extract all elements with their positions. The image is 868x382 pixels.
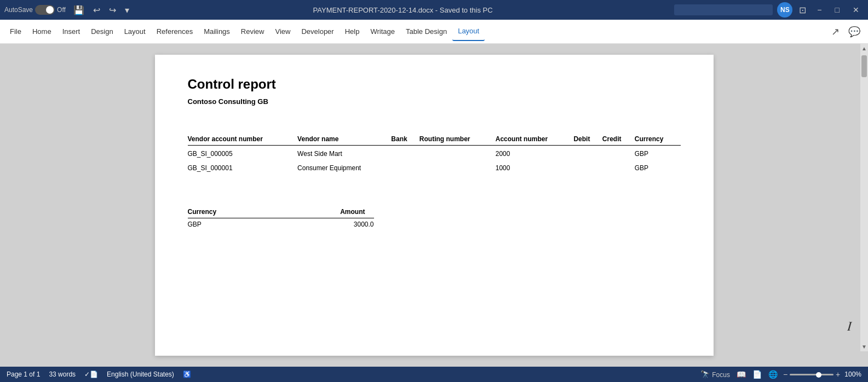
document-scroll-area[interactable]: Control report Contoso Consulting GB Ven… [0,44,868,367]
toggle-state-label: Off [57,6,66,14]
menubar-right: ↗ 💬 [828,24,864,40]
cell-bank-2 [391,161,419,175]
save-icon[interactable]: 💾 [71,4,87,16]
report-title: Control report [188,77,681,92]
ribbon-menu: File Home Insert Design Layout Reference… [0,20,868,44]
status-bar: Page 1 of 1 33 words ✓📄 English (United … [0,367,868,382]
layout-icon[interactable]: ⊡ [797,4,808,16]
quick-access-toolbar: 💾 ↩ ↪ ▾ [71,4,131,16]
zoom-level-text: 100% [844,371,861,378]
summary-currency-1: GBP [188,218,286,231]
menu-layout[interactable]: Layout [119,22,151,41]
menu-developer[interactable]: Developer [296,22,339,41]
page-info: Page 1 of 1 [7,371,40,378]
cell-credit-1 [602,146,635,161]
titlebar-right-section: 🔍 NS ⊡ − □ ✕ [674,2,864,18]
zoom-out-icon[interactable]: − [783,370,787,379]
zoom-in-icon[interactable]: + [836,370,840,379]
toggle-knob [46,6,54,14]
document-title: PAYMENT-REPORT-2020-12-14.docx - Saved t… [135,6,671,14]
comment-icon[interactable]: 💬 [845,24,864,40]
statusbar-right: 🔭 Focus 📖 📄 🌐 − + 100% [699,369,861,380]
cell-account-1: 2000 [496,146,574,161]
cell-vendor-account-1: GB_SI_000005 [188,146,298,161]
word-count-text: 33 words [49,371,76,378]
cell-currency-1: GBP [635,146,681,161]
scroll-down-arrow[interactable]: ▼ [860,342,868,351]
read-mode-icon[interactable]: 📖 [735,369,747,380]
web-layout-icon[interactable]: 🌐 [767,369,779,380]
menu-references[interactable]: References [151,22,198,41]
col-currency: Currency [635,133,681,146]
maximize-button[interactable]: □ [831,3,844,16]
cell-vendor-account-2: GB_SI_000001 [188,161,298,175]
title-bar: AutoSave Off 💾 ↩ ↪ ▾ PAYMENT-REPORT-2020… [0,0,868,20]
menu-writage[interactable]: Writage [365,22,400,41]
summary-amount-1: 3000.0 [286,218,373,231]
print-layout-icon[interactable]: 📄 [751,369,763,380]
redo-icon[interactable]: ↪ [107,4,118,16]
language-indicator[interactable]: English (United States) [107,371,174,378]
summary-row: GBP 3000.0 [188,218,374,231]
share-icon[interactable]: ↗ [828,24,843,40]
autosave-label: AutoSave [4,6,33,14]
col-account-number: Account number [496,133,574,146]
col-debit: Debit [573,133,602,146]
cell-account-2: 1000 [496,161,574,175]
autosave-toggle[interactable] [35,5,55,15]
cell-vendor-name-1: West Side Mart [297,146,391,161]
scroll-up-arrow[interactable]: ▲ [860,44,868,53]
accessibility-icon[interactable]: ♿ [183,371,191,378]
cell-routing-2 [419,161,496,175]
menu-layout-active[interactable]: Layout [452,22,485,41]
cell-debit-2 [573,161,602,175]
col-bank: Bank [391,133,419,146]
menu-mailings[interactable]: Mailings [198,22,235,41]
col-vendor-account: Vendor account number [188,133,298,146]
autosave-indicator: AutoSave Off [4,5,66,15]
table-row: GB_SI_000005 West Side Mart 2000 GBP [188,146,681,161]
menu-insert[interactable]: Insert [57,22,86,41]
col-routing-number: Routing number [419,133,496,146]
cell-bank-1 [391,146,419,161]
menu-table-design[interactable]: Table Design [400,22,452,41]
close-button[interactable]: ✕ [848,3,864,16]
vertical-scrollbar[interactable]: ▲ ▼ [860,44,868,351]
col-credit: Credit [602,133,635,146]
summary-table: Currency Amount GBP 3000.0 [188,206,374,230]
cell-routing-1 [419,146,496,161]
menu-review[interactable]: Review [235,22,270,41]
col-vendor-name: Vendor name [297,133,391,146]
cell-currency-2: GBP [635,161,681,175]
menu-help[interactable]: Help [340,22,365,41]
table-row: GB_SI_000001 Consumer Equipment 1000 GBP [188,161,681,175]
report-company: Contoso Consulting GB [188,97,681,106]
summary-col-amount: Amount [286,206,373,218]
word-count: 33 words [49,371,76,378]
scroll-thumb[interactable] [861,55,867,77]
accessibility-check-icon: ♿ [183,371,191,378]
page-info-text: Page 1 of 1 [7,371,40,378]
cell-credit-2 [602,161,635,175]
minimize-button[interactable]: − [813,3,826,16]
zoom-track[interactable] [790,374,833,375]
focus-button[interactable]: 🔭 Focus [699,369,731,380]
proofing-check-icon: ✓📄 [84,371,98,378]
menu-view[interactable]: View [269,22,296,41]
menu-home[interactable]: Home [27,22,57,41]
summary-col-currency: Currency [188,206,286,218]
customize-qat-icon[interactable]: ▾ [123,4,131,16]
document-area: ▲ ▼ Control report Contoso Consulting GB… [0,44,868,367]
avatar[interactable]: NS [777,2,792,18]
menu-design[interactable]: Design [85,22,118,41]
menu-file[interactable]: File [4,22,27,41]
document-page: Control report Contoso Consulting GB Ven… [155,55,714,356]
zoom-thumb[interactable] [816,372,821,378]
cell-vendor-name-2: Consumer Equipment [297,161,391,175]
search-input[interactable] [674,4,773,15]
proofing-icon[interactable]: ✓📄 [84,371,98,378]
language-text: English (United States) [107,371,174,378]
zoom-control[interactable]: − + [783,370,840,379]
main-data-table: Vendor account number Vendor name Bank R… [188,133,681,175]
undo-icon[interactable]: ↩ [91,4,102,16]
